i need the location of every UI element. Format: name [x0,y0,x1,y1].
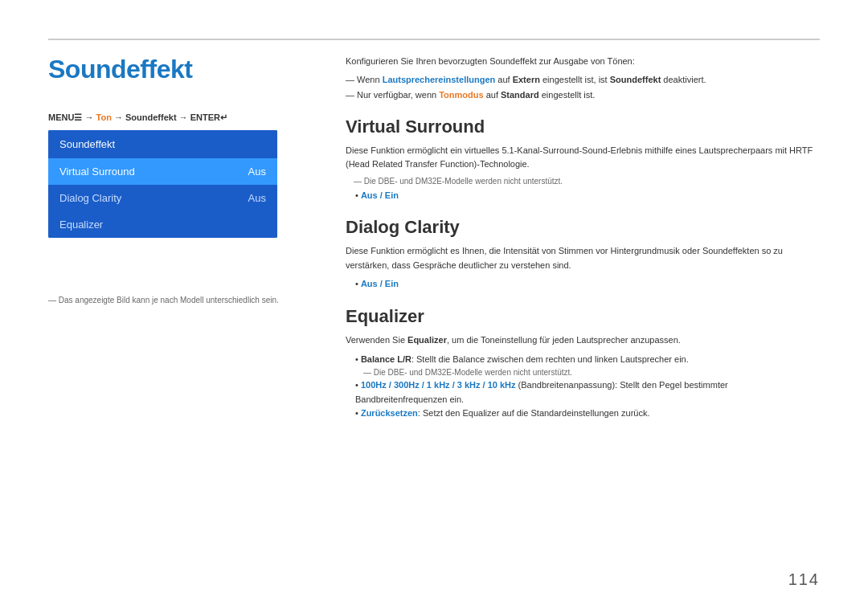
equalizer-bullet3: Zurücksetzen: Setzt den Equalizer auf di… [355,407,820,421]
breadcrumb-arrow1: → [84,112,96,122]
equalizer-bullet1: Balance L/R: Stellt die Balance zwischen… [355,353,820,367]
menu-item-equalizer[interactable]: Equalizer [48,211,277,238]
breadcrumb-ton: Ton [96,112,112,122]
equalizer-bullet2: 100Hz / 300Hz / 1 kHz / 3 kHz / 10 kHz (… [355,378,820,407]
menu-box-title: Soundeffekt [48,130,277,158]
section-title-equalizer: Equalizer [346,306,820,327]
menu-item-value-virtual-surround: Aus [248,166,266,178]
breadcrumb-soundeffekt: Soundeffekt [125,112,177,122]
breadcrumb: MENU☰ → Ton → Soundeffekt → ENTER↵ [48,112,227,123]
menu-item-label-dialog-clarity: Dialog Clarity [59,192,121,204]
section-body-dialog-clarity: Diese Funktion ermöglicht es Ihnen, die … [346,244,820,272]
equalizer-bullet1-note: Die DBE- und DM32E-Modelle werden nicht … [363,366,820,378]
menu-item-label-virtual-surround: Virtual Surround [59,166,135,178]
top-divider [48,39,820,40]
breadcrumb-arrow3: → [179,112,190,122]
enter-icon: ↵ [220,112,227,122]
intro-note1: Wenn Lautsprechereinstellungen auf Exter… [346,73,820,87]
dialog-clarity-bullet: Aus / Ein [355,277,820,292]
section-body-virtual-surround: Diese Funktion ermöglicht ein virtuelles… [346,144,820,172]
section-title-virtual-surround: Virtual Surround [346,116,820,137]
menu-box: Soundeffekt Virtual Surround Aus Dialog … [48,130,277,238]
section-title-dialog-clarity: Dialog Clarity [346,217,820,238]
page-title: Soundeffekt [48,55,192,84]
page-number: 114 [788,570,820,589]
menu-item-virtual-surround[interactable]: Virtual Surround Aus [48,158,277,185]
intro-note2: Nur verfügbar, wenn Tonmodus auf Standar… [346,88,820,102]
content-area: Konfigurieren Sie Ihren bevorzugten Soun… [346,55,820,421]
menu-item-label-equalizer: Equalizer [59,219,103,231]
virtual-surround-sub-note: Die DBE- und DM32E-Modelle werden nicht … [354,177,820,186]
menu-item-dialog-clarity[interactable]: Dialog Clarity Aus [48,185,277,211]
intro-text: Konfigurieren Sie Ihren bevorzugten Soun… [346,55,820,68]
breadcrumb-arrow2: → [114,112,125,122]
menu-item-value-dialog-clarity: Aus [248,192,266,204]
virtual-surround-bullet: Aus / Ein [355,189,820,203]
menu-label: MENU [48,112,74,122]
menu-icon: ☰ [74,112,82,122]
menu-note: — Das angezeigte Bild kann je nach Model… [48,296,279,304]
breadcrumb-enter: ENTER [190,112,220,122]
equalizer-intro: Verwenden Sie Equalizer, um die Toneinst… [346,333,820,348]
